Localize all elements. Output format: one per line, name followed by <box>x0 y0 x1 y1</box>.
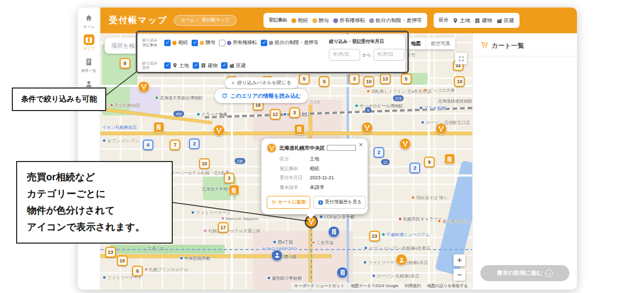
checkout-button[interactable]: 謄本の取得に進む → <box>480 265 569 281</box>
map-marker-bn[interactable]: 2 <box>189 138 200 149</box>
map-marker-on[interactable]: 13 <box>380 74 391 84</box>
map-marker-bn[interactable]: 2 <box>374 147 384 158</box>
map-marker-oi[interactable] <box>294 124 305 135</box>
close-filter-panel-button[interactable]: ∧ 絞り込みパネルを閉じる <box>225 77 298 89</box>
legend-item-souzoku: 相続 <box>291 17 308 24</box>
filter-panel: 絞り込み登記事由 相続 贈与 所有権移転 処分の制限・差押等 絞り込み区分 土地… <box>137 34 405 74</box>
map-type-satellite[interactable]: 航空写真 <box>426 38 455 49</box>
refresh-icon <box>222 93 228 100</box>
map-marker-on[interactable]: 10 <box>199 158 210 169</box>
map-marker-bn[interactable]: 4 <box>143 140 153 150</box>
map-marker-on[interactable]: 7 <box>170 140 180 150</box>
map-marker-on[interactable]: 12 <box>270 109 281 120</box>
add-to-cart-button[interactable]: カートに追加 <box>267 196 310 209</box>
map-label: スーパーホテル札幌・北5条通 <box>166 170 229 176</box>
property-category-icon <box>267 143 276 153</box>
map-marker-on[interactable]: 10 <box>454 76 465 87</box>
legend-item-zouyo: 贈与 <box>312 17 329 24</box>
date-from-input[interactable]: 年/月/日 <box>329 49 360 61</box>
legend-item-tatemono: 建物 <box>474 17 492 24</box>
map-marker-on[interactable]: 3 <box>289 107 300 118</box>
redacted-address-box <box>327 145 356 151</box>
map-marker-on[interactable]: 8 <box>120 58 130 69</box>
sidebar-item-list[interactable]: 謄本一覧 <box>82 56 97 74</box>
map-marker-on[interactable]: 10 <box>363 76 374 87</box>
checkbox[interactable] <box>221 62 228 69</box>
route-shield: 230 <box>235 158 245 164</box>
fullscreen-button[interactable] <box>455 53 467 64</box>
date-to-input[interactable]: 年/月/日 <box>374 49 405 61</box>
map-label: サッポロビール博物館 <box>355 102 403 108</box>
map-marker-oi[interactable] <box>153 122 164 133</box>
map-marker-oc[interactable] <box>361 122 373 134</box>
close-icon[interactable]: × <box>358 141 363 148</box>
map-marker-bc[interactable] <box>271 250 283 261</box>
filter-option-zouyo[interactable]: 贈与 <box>192 39 215 46</box>
map-label: アリオ札幌 <box>419 105 446 111</box>
checkbox[interactable] <box>193 62 199 69</box>
popup-row: 登記事由相続 <box>267 165 362 172</box>
category-filter-label: 絞り込み区分 <box>142 61 160 71</box>
map-marker-on[interactable]: 17 <box>218 222 229 233</box>
map-marker-on[interactable]: 23 <box>369 231 380 241</box>
checkbox[interactable] <box>219 40 225 46</box>
property-address: 北海道札幌市中央区 <box>279 145 356 152</box>
map-marker-bc[interactable] <box>328 226 340 238</box>
map-marker-on[interactable]: 10 <box>117 255 128 266</box>
sidebar-item-map[interactable]: マップ <box>83 34 95 52</box>
route-shield: 12 <box>381 159 390 165</box>
checkbox[interactable] <box>261 40 267 46</box>
report-map-error-link[interactable]: 地図の誤りを報告する <box>427 283 468 289</box>
app-header: 受付帳マップ ホーム 〉 受付帳マップ 登記事由 相続 贈与 所有権移転 処分の… <box>100 8 577 33</box>
map-marker-oi[interactable] <box>444 153 455 164</box>
popup-row: 謄本請求未請求 <box>267 184 362 191</box>
checkbox[interactable] <box>192 40 198 46</box>
map-marker-oc[interactable] <box>396 254 407 266</box>
zoom-in-button[interactable]: ＋ <box>453 254 465 266</box>
load-area-button[interactable]: このエリアの情報を読み込む <box>215 89 308 103</box>
map-marker-on[interactable]: 5 <box>401 74 412 84</box>
map-marker-bc[interactable] <box>336 267 348 279</box>
map-marker-oc[interactable] <box>213 124 225 136</box>
map-label: イオン札幌桑園店 <box>100 124 137 130</box>
keyboard-shortcuts-link[interactable]: キーボード ショートカット <box>294 283 345 289</box>
zoom-out-button[interactable]: − <box>453 269 465 281</box>
map-marker-oc[interactable] <box>399 138 411 150</box>
map-marker-on[interactable]: 5 <box>319 76 330 87</box>
filter-option-tochi[interactable]: 土地 <box>164 62 189 69</box>
map-label: 資生館小学校前 <box>267 275 302 281</box>
map-marker-on[interactable]: 13 <box>105 247 116 258</box>
map-label: 札幌市民ギャラリー <box>398 216 442 222</box>
map-label: 北海道大学総合博物館 <box>155 94 203 100</box>
date-to-suffix: まで <box>407 52 415 58</box>
reason-dot-icon <box>369 18 374 23</box>
pin-icon <box>452 18 458 24</box>
terms-link[interactable]: 利用規約 <box>405 283 421 289</box>
map-marker-on[interactable]: 3 <box>349 74 360 84</box>
property-popup: × 北海道札幌市中央区 区分土地 登記事由相続 受付年月日2023-11-21 … <box>261 138 368 214</box>
map-label: 札幌ビューホテル大通公園 <box>203 228 260 234</box>
filter-option-kuken[interactable]: 区建 <box>221 62 246 69</box>
map-marker-oc[interactable] <box>138 81 150 93</box>
filter-option-iten[interactable]: 所有権移転 <box>219 39 257 46</box>
date-from-suffix: から <box>362 52 371 58</box>
view-history-button[interactable]: 受付簿履歴を見る <box>313 196 366 209</box>
breadcrumb[interactable]: ホーム 〉 受付帳マップ <box>174 15 237 26</box>
checkbox[interactable] <box>164 40 171 46</box>
map-marker-on[interactable]: 6 <box>424 157 435 167</box>
map-label: 鶏白湯そば 懐ら <box>411 194 448 200</box>
filter-option-souzoku[interactable]: 相続 <box>164 39 188 46</box>
map-marker-bn[interactable]: 2 <box>409 163 420 173</box>
sidebar-item-home[interactable]: ホーム <box>83 12 94 30</box>
map-marker-oc[interactable] <box>435 123 447 135</box>
map-marker-on[interactable]: 3 <box>224 173 235 184</box>
filter-option-shobun[interactable]: 処分の制限・差押等 <box>261 39 318 46</box>
filter-option-tatemono[interactable]: 建物 <box>193 62 217 69</box>
map-marker-oi[interactable] <box>229 185 239 195</box>
legend-item-iten: 所有権移転 <box>333 17 365 24</box>
map-label: セブン-イレブン 札幌南4条東店 <box>364 245 430 251</box>
map-marker-on[interactable]: 5 <box>299 74 310 84</box>
map-marker-on[interactable]: 6 <box>132 266 143 276</box>
checkbox[interactable] <box>164 62 171 69</box>
legend-reason-label: 登記事由 <box>269 17 287 24</box>
